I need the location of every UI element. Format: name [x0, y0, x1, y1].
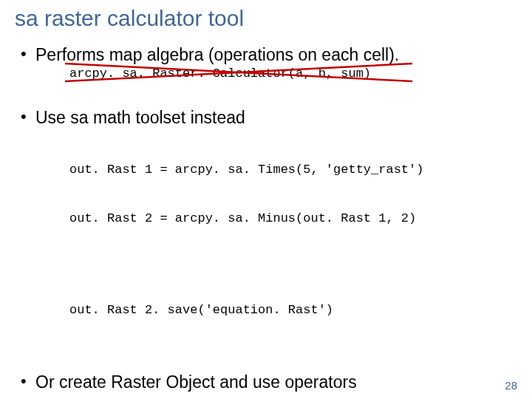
slide: sa raster calculator tool Performs map a… — [0, 0, 532, 399]
code-line: out. Rast 1 = arcpy. sa. Times(5, 'getty… — [69, 162, 519, 178]
code-line: out. Rast 2. save('equation. Rast') — [69, 302, 519, 318]
code-gap — [69, 259, 519, 270]
code-line: out. Rast 2 = arcpy. sa. Minus(out. Rast… — [69, 211, 519, 227]
page-number: 28 — [505, 379, 517, 392]
struck-code: arcpy. sa. Raster. Calculator(a, b, sum) — [69, 66, 371, 81]
bullet-text-2: Use sa math toolset instead — [35, 107, 519, 128]
struck-code-wrap: arcpy. sa. Raster. Calculator(a, b, sum) — [69, 65, 519, 82]
bullet-text-1: Performs map algebra (operations on each… — [35, 44, 519, 65]
bullet-text-3: Or create Raster Object and use operator… — [35, 372, 519, 392]
bullet-list: Performs map algebra (operations on each… — [13, 44, 519, 399]
code-block-3: rast. Obj = arcpy. Raster('getty_rast') … — [69, 394, 519, 399]
bullet-item-2: Use sa math toolset instead out. Rast 1 … — [21, 107, 519, 351]
slide-title: sa raster calculator tool — [15, 6, 519, 31]
bullet-item-3: Or create Raster Object and use operator… — [21, 372, 519, 399]
bullet-item-1: Performs map algebra (operations on each… — [21, 44, 519, 82]
code-block-2: out. Rast 1 = arcpy. sa. Times(5, 'getty… — [69, 129, 519, 351]
